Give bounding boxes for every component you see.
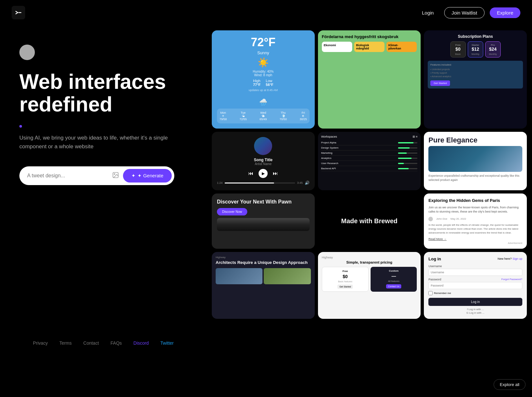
username-input[interactable] bbox=[428, 269, 522, 276]
sign-up-link[interactable]: Sign up bbox=[512, 257, 522, 260]
music-card: Song Title Artist Name ⏮ ▶ ⏭ 1:24 3:45 🔊 bbox=[212, 132, 315, 190]
weather-temperature: 72°F bbox=[217, 36, 310, 49]
elegance-title: Pure Elegance bbox=[428, 136, 522, 144]
discover-title: Discover Your Next With Pawn bbox=[217, 199, 310, 205]
article-date: May 20, 2022 bbox=[451, 217, 466, 220]
next-icon[interactable]: ⏭ bbox=[273, 171, 278, 176]
weather-humidity: Humidity: 40% Wind: 8 mph bbox=[217, 70, 310, 77]
subscription-plans: Free $0 Basic Starter $12 Monthly Pro $2… bbox=[428, 41, 523, 57]
music-progress: 1:24 3:45 🔊 bbox=[217, 181, 310, 185]
password-input[interactable] bbox=[428, 282, 522, 289]
decorative-circle bbox=[19, 45, 35, 60]
swedish-title: Fördelarna med hyggesfritt skogsbruk bbox=[322, 34, 417, 39]
login-submit-button[interactable]: Log in bbox=[428, 298, 522, 306]
plan-starter: Starter $12 Monthly bbox=[468, 41, 483, 57]
workspace-row-2: Design System bbox=[321, 145, 418, 151]
pricing-plans: Free $0 Basic features Get Started Custo… bbox=[322, 267, 417, 292]
workspace-row-4: Analytics bbox=[321, 156, 418, 161]
workspace-row-1: Project Alpha bbox=[321, 140, 418, 145]
elegance-card: Pure Elegance Experience unparalleled cr… bbox=[424, 132, 527, 190]
forgot-password-link[interactable]: Forgot Password? bbox=[501, 278, 522, 281]
article-card: Exploring the Hidden Gems of Paris Join … bbox=[424, 193, 527, 249]
weather-update: updates up at 8:45 AM bbox=[217, 89, 310, 92]
architects-title: Architects Require a Unique Design Appro… bbox=[216, 260, 311, 266]
pricing-label: Highway bbox=[322, 256, 417, 259]
workspace-row-3: Marketing bbox=[321, 151, 418, 156]
author-avatar bbox=[428, 217, 433, 221]
sun-icon: ☀️ bbox=[217, 57, 310, 68]
architects-label: Highway bbox=[216, 256, 311, 259]
footer-contact[interactable]: Contact bbox=[83, 340, 99, 346]
play-icon[interactable]: ▶ bbox=[259, 169, 268, 178]
generate-button[interactable]: ✦ ✦ Generate bbox=[123, 169, 172, 183]
cloud-icon: 🌧️ bbox=[217, 98, 310, 106]
join-waitlist-button[interactable]: Join Waitlist bbox=[444, 7, 485, 18]
footer-twitter[interactable]: Twitter bbox=[160, 340, 174, 346]
pricing-plan-free: Free $0 Basic features Get Started bbox=[322, 267, 369, 292]
free-plan-btn[interactable]: Get Started bbox=[337, 285, 353, 289]
get-started-btn[interactable]: Get Started bbox=[430, 80, 450, 86]
left-panel: Web interfaces redefined Using AI, we br… bbox=[0, 25, 207, 287]
footer-faqs[interactable]: FAQs bbox=[110, 340, 122, 346]
footer: Privacy Terms Contact FAQs Discord Twitt… bbox=[0, 287, 207, 396]
made-with-brewed-card: Made with Brewed bbox=[318, 193, 421, 249]
discover-card: Discover Your Next With Pawn Discover No… bbox=[212, 193, 315, 249]
weather-forecast: Mon☀79/58 Tue🌤72/55 Wed🌦65/49 Thu💨70/50 … bbox=[217, 109, 310, 123]
login-title: Log in bbox=[428, 256, 441, 261]
article-author: John Doe bbox=[436, 217, 447, 220]
pricing-title: Simple, transparent pricing bbox=[322, 260, 417, 264]
prev-icon[interactable]: ⏮ bbox=[248, 171, 253, 176]
weather-card: 72°F Sunny ☀️ Humidity: 40% Wind: 8 mph … bbox=[212, 30, 315, 129]
hero-title: Web interfaces redefined bbox=[19, 70, 187, 116]
plan-pro: Pro $24 Monthly bbox=[485, 41, 501, 57]
footer-discord[interactable]: Discord bbox=[133, 340, 148, 346]
password-label: Password bbox=[428, 278, 441, 281]
remember-checkbox-input[interactable] bbox=[428, 291, 433, 295]
custom-plan-btn[interactable]: Contact Us bbox=[386, 284, 401, 288]
article-meta: John Doe May 20, 2022 bbox=[428, 217, 522, 221]
architects-images bbox=[216, 268, 311, 284]
weather-day-tue: Tue🌤72/55 bbox=[240, 111, 247, 121]
explore-button[interactable]: Explore bbox=[490, 7, 520, 18]
remember-me-label: Remember me bbox=[434, 292, 451, 295]
footer-privacy[interactable]: Privacy bbox=[33, 340, 48, 346]
weather-day-thu: Thu💨70/50 bbox=[280, 111, 287, 121]
svg-point-2 bbox=[114, 173, 115, 174]
workspace-row-6: Backend API bbox=[321, 166, 418, 171]
discover-image bbox=[217, 218, 310, 231]
music-artist: Artist Name bbox=[217, 162, 310, 166]
weather-day-fri: Fri❄30/25 bbox=[300, 111, 307, 121]
arch-image-1 bbox=[216, 268, 262, 284]
search-bar: ✦ ✦ Generate bbox=[19, 166, 174, 185]
login-header: Log in New here? Sign up bbox=[428, 256, 522, 261]
decorative-dot bbox=[19, 125, 22, 128]
cards-grid: 72°F Sunny ☀️ Humidity: 40% Wind: 8 mph … bbox=[209, 28, 529, 321]
music-controls: ⏮ ▶ ⏭ bbox=[217, 169, 310, 178]
right-panel: 72°F Sunny ☀️ Humidity: 40% Wind: 8 mph … bbox=[207, 25, 532, 396]
music-progress-bar[interactable] bbox=[225, 183, 295, 183]
workspaces-card: Workspaces ⊞ ≡ Project Alpha Design Syst… bbox=[318, 132, 421, 190]
search-input[interactable] bbox=[27, 173, 108, 179]
weather-day-mon: Mon☀79/58 bbox=[220, 111, 227, 121]
volume-icon[interactable]: 🔊 bbox=[305, 181, 310, 185]
arch-image-2 bbox=[264, 268, 311, 284]
explore-all-button[interactable]: Explore all bbox=[494, 379, 526, 390]
footer-terms[interactable]: Terms bbox=[59, 340, 72, 346]
advertisement-label: Advertisement bbox=[428, 242, 522, 244]
login-card: Log in New here? Sign up Username Passwo… bbox=[424, 252, 527, 319]
article-subtitle: Join us as we uncover the lesser-known s… bbox=[428, 205, 522, 214]
subscription-detail: Features included: • Unlimited projects•… bbox=[428, 61, 523, 89]
discover-button[interactable]: Discover Now bbox=[217, 208, 247, 215]
plan-free: Free $0 Basic bbox=[450, 41, 466, 57]
generate-label: ✦ Generate bbox=[138, 173, 163, 179]
login-button[interactable]: Login bbox=[417, 7, 439, 18]
read-more-link[interactable]: Read More → bbox=[428, 237, 446, 241]
swedish-item-klima: Klimat-påverkan bbox=[386, 42, 417, 52]
remember-me-checkbox[interactable]: Remember me bbox=[428, 291, 522, 295]
swedish-item-ekonomi: Ekonomi bbox=[322, 42, 352, 52]
username-label: Username bbox=[428, 265, 522, 268]
image-upload-icon[interactable] bbox=[112, 172, 119, 180]
workspaces-header: Workspaces ⊞ ≡ bbox=[321, 135, 418, 138]
nav-links: Login Join Waitlist Explore bbox=[417, 7, 520, 18]
navbar: Login Join Waitlist Explore bbox=[0, 0, 532, 25]
